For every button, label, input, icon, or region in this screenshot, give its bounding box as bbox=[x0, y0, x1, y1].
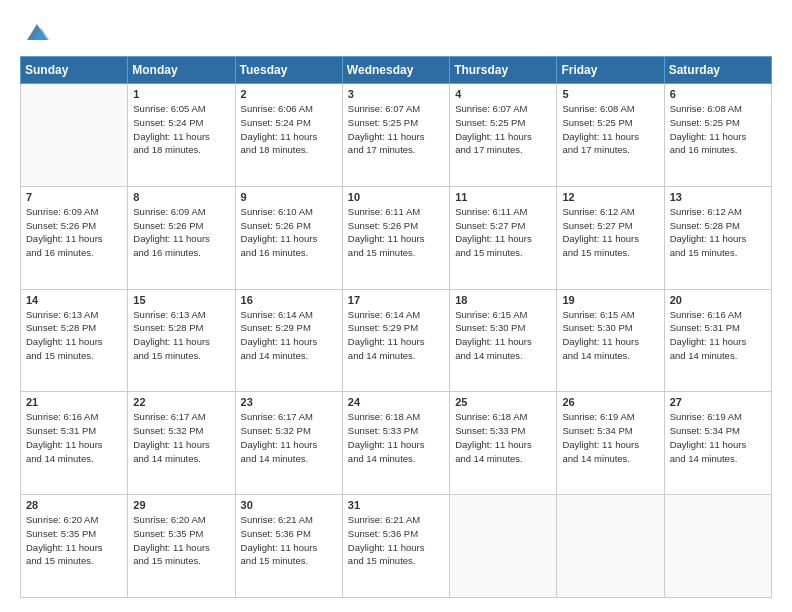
day-info: Sunrise: 6:15 AM Sunset: 5:30 PM Dayligh… bbox=[455, 308, 551, 363]
day-info: Sunrise: 6:17 AM Sunset: 5:32 PM Dayligh… bbox=[133, 410, 229, 465]
day-number: 25 bbox=[455, 396, 551, 408]
day-number: 6 bbox=[670, 88, 766, 100]
day-number: 16 bbox=[241, 294, 337, 306]
calendar-week-row: 7Sunrise: 6:09 AM Sunset: 5:26 PM Daylig… bbox=[21, 186, 772, 289]
day-number: 27 bbox=[670, 396, 766, 408]
day-info: Sunrise: 6:13 AM Sunset: 5:28 PM Dayligh… bbox=[26, 308, 122, 363]
day-info: Sunrise: 6:18 AM Sunset: 5:33 PM Dayligh… bbox=[455, 410, 551, 465]
calendar-cell: 18Sunrise: 6:15 AM Sunset: 5:30 PM Dayli… bbox=[450, 289, 557, 392]
calendar-cell: 21Sunrise: 6:16 AM Sunset: 5:31 PM Dayli… bbox=[21, 392, 128, 495]
day-info: Sunrise: 6:20 AM Sunset: 5:35 PM Dayligh… bbox=[133, 513, 229, 568]
calendar-cell: 4Sunrise: 6:07 AM Sunset: 5:25 PM Daylig… bbox=[450, 84, 557, 187]
day-info: Sunrise: 6:21 AM Sunset: 5:36 PM Dayligh… bbox=[241, 513, 337, 568]
day-number: 4 bbox=[455, 88, 551, 100]
calendar-header-sunday: Sunday bbox=[21, 57, 128, 84]
day-info: Sunrise: 6:12 AM Sunset: 5:28 PM Dayligh… bbox=[670, 205, 766, 260]
calendar-header-thursday: Thursday bbox=[450, 57, 557, 84]
day-info: Sunrise: 6:06 AM Sunset: 5:24 PM Dayligh… bbox=[241, 102, 337, 157]
day-info: Sunrise: 6:11 AM Sunset: 5:26 PM Dayligh… bbox=[348, 205, 444, 260]
calendar-cell: 14Sunrise: 6:13 AM Sunset: 5:28 PM Dayli… bbox=[21, 289, 128, 392]
calendar-cell: 29Sunrise: 6:20 AM Sunset: 5:35 PM Dayli… bbox=[128, 495, 235, 598]
calendar-header-monday: Monday bbox=[128, 57, 235, 84]
calendar-cell: 23Sunrise: 6:17 AM Sunset: 5:32 PM Dayli… bbox=[235, 392, 342, 495]
day-info: Sunrise: 6:19 AM Sunset: 5:34 PM Dayligh… bbox=[562, 410, 658, 465]
calendar-cell: 31Sunrise: 6:21 AM Sunset: 5:36 PM Dayli… bbox=[342, 495, 449, 598]
calendar-cell: 16Sunrise: 6:14 AM Sunset: 5:29 PM Dayli… bbox=[235, 289, 342, 392]
day-info: Sunrise: 6:21 AM Sunset: 5:36 PM Dayligh… bbox=[348, 513, 444, 568]
calendar-cell bbox=[664, 495, 771, 598]
day-info: Sunrise: 6:14 AM Sunset: 5:29 PM Dayligh… bbox=[348, 308, 444, 363]
calendar-header-row: SundayMondayTuesdayWednesdayThursdayFrid… bbox=[21, 57, 772, 84]
calendar-cell: 30Sunrise: 6:21 AM Sunset: 5:36 PM Dayli… bbox=[235, 495, 342, 598]
calendar-cell: 9Sunrise: 6:10 AM Sunset: 5:26 PM Daylig… bbox=[235, 186, 342, 289]
calendar-cell: 27Sunrise: 6:19 AM Sunset: 5:34 PM Dayli… bbox=[664, 392, 771, 495]
day-info: Sunrise: 6:15 AM Sunset: 5:30 PM Dayligh… bbox=[562, 308, 658, 363]
calendar-cell: 26Sunrise: 6:19 AM Sunset: 5:34 PM Dayli… bbox=[557, 392, 664, 495]
day-number: 14 bbox=[26, 294, 122, 306]
logo-icon bbox=[23, 18, 51, 46]
header bbox=[20, 18, 772, 46]
calendar-cell: 19Sunrise: 6:15 AM Sunset: 5:30 PM Dayli… bbox=[557, 289, 664, 392]
calendar-cell: 2Sunrise: 6:06 AM Sunset: 5:24 PM Daylig… bbox=[235, 84, 342, 187]
day-info: Sunrise: 6:17 AM Sunset: 5:32 PM Dayligh… bbox=[241, 410, 337, 465]
day-number: 22 bbox=[133, 396, 229, 408]
day-number: 7 bbox=[26, 191, 122, 203]
day-number: 9 bbox=[241, 191, 337, 203]
calendar-cell: 17Sunrise: 6:14 AM Sunset: 5:29 PM Dayli… bbox=[342, 289, 449, 392]
day-number: 17 bbox=[348, 294, 444, 306]
calendar-cell: 12Sunrise: 6:12 AM Sunset: 5:27 PM Dayli… bbox=[557, 186, 664, 289]
day-number: 11 bbox=[455, 191, 551, 203]
day-number: 10 bbox=[348, 191, 444, 203]
day-number: 12 bbox=[562, 191, 658, 203]
day-info: Sunrise: 6:13 AM Sunset: 5:28 PM Dayligh… bbox=[133, 308, 229, 363]
day-number: 15 bbox=[133, 294, 229, 306]
day-info: Sunrise: 6:09 AM Sunset: 5:26 PM Dayligh… bbox=[26, 205, 122, 260]
calendar-cell: 7Sunrise: 6:09 AM Sunset: 5:26 PM Daylig… bbox=[21, 186, 128, 289]
day-number: 28 bbox=[26, 499, 122, 511]
calendar-cell: 20Sunrise: 6:16 AM Sunset: 5:31 PM Dayli… bbox=[664, 289, 771, 392]
day-number: 26 bbox=[562, 396, 658, 408]
day-info: Sunrise: 6:10 AM Sunset: 5:26 PM Dayligh… bbox=[241, 205, 337, 260]
calendar-week-row: 28Sunrise: 6:20 AM Sunset: 5:35 PM Dayli… bbox=[21, 495, 772, 598]
calendar-header-saturday: Saturday bbox=[664, 57, 771, 84]
page: SundayMondayTuesdayWednesdayThursdayFrid… bbox=[0, 0, 792, 612]
day-number: 24 bbox=[348, 396, 444, 408]
calendar-header-tuesday: Tuesday bbox=[235, 57, 342, 84]
day-number: 23 bbox=[241, 396, 337, 408]
day-info: Sunrise: 6:16 AM Sunset: 5:31 PM Dayligh… bbox=[670, 308, 766, 363]
calendar-cell: 24Sunrise: 6:18 AM Sunset: 5:33 PM Dayli… bbox=[342, 392, 449, 495]
day-info: Sunrise: 6:16 AM Sunset: 5:31 PM Dayligh… bbox=[26, 410, 122, 465]
day-number: 1 bbox=[133, 88, 229, 100]
calendar-cell: 13Sunrise: 6:12 AM Sunset: 5:28 PM Dayli… bbox=[664, 186, 771, 289]
day-info: Sunrise: 6:08 AM Sunset: 5:25 PM Dayligh… bbox=[670, 102, 766, 157]
logo bbox=[20, 18, 51, 46]
calendar-cell bbox=[450, 495, 557, 598]
day-info: Sunrise: 6:14 AM Sunset: 5:29 PM Dayligh… bbox=[241, 308, 337, 363]
calendar-cell: 3Sunrise: 6:07 AM Sunset: 5:25 PM Daylig… bbox=[342, 84, 449, 187]
calendar-cell bbox=[557, 495, 664, 598]
day-info: Sunrise: 6:07 AM Sunset: 5:25 PM Dayligh… bbox=[455, 102, 551, 157]
calendar-cell: 22Sunrise: 6:17 AM Sunset: 5:32 PM Dayli… bbox=[128, 392, 235, 495]
calendar-table: SundayMondayTuesdayWednesdayThursdayFrid… bbox=[20, 56, 772, 598]
day-info: Sunrise: 6:05 AM Sunset: 5:24 PM Dayligh… bbox=[133, 102, 229, 157]
calendar-cell bbox=[21, 84, 128, 187]
calendar-week-row: 21Sunrise: 6:16 AM Sunset: 5:31 PM Dayli… bbox=[21, 392, 772, 495]
calendar-cell: 6Sunrise: 6:08 AM Sunset: 5:25 PM Daylig… bbox=[664, 84, 771, 187]
calendar-cell: 5Sunrise: 6:08 AM Sunset: 5:25 PM Daylig… bbox=[557, 84, 664, 187]
day-number: 29 bbox=[133, 499, 229, 511]
day-number: 19 bbox=[562, 294, 658, 306]
day-number: 3 bbox=[348, 88, 444, 100]
calendar-cell: 10Sunrise: 6:11 AM Sunset: 5:26 PM Dayli… bbox=[342, 186, 449, 289]
calendar-cell: 1Sunrise: 6:05 AM Sunset: 5:24 PM Daylig… bbox=[128, 84, 235, 187]
day-info: Sunrise: 6:09 AM Sunset: 5:26 PM Dayligh… bbox=[133, 205, 229, 260]
day-info: Sunrise: 6:19 AM Sunset: 5:34 PM Dayligh… bbox=[670, 410, 766, 465]
calendar-cell: 15Sunrise: 6:13 AM Sunset: 5:28 PM Dayli… bbox=[128, 289, 235, 392]
day-number: 2 bbox=[241, 88, 337, 100]
calendar-header-wednesday: Wednesday bbox=[342, 57, 449, 84]
day-number: 18 bbox=[455, 294, 551, 306]
day-number: 13 bbox=[670, 191, 766, 203]
calendar-week-row: 14Sunrise: 6:13 AM Sunset: 5:28 PM Dayli… bbox=[21, 289, 772, 392]
calendar-cell: 28Sunrise: 6:20 AM Sunset: 5:35 PM Dayli… bbox=[21, 495, 128, 598]
day-info: Sunrise: 6:12 AM Sunset: 5:27 PM Dayligh… bbox=[562, 205, 658, 260]
day-info: Sunrise: 6:20 AM Sunset: 5:35 PM Dayligh… bbox=[26, 513, 122, 568]
